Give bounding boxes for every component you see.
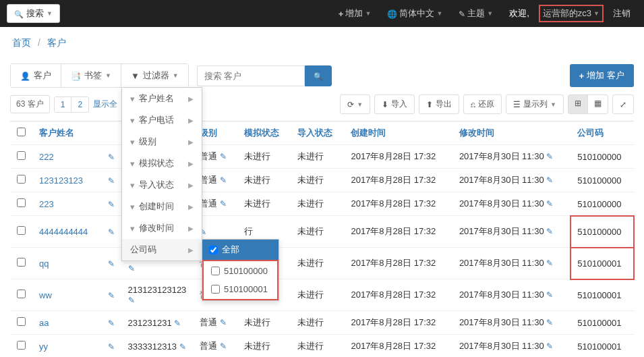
edit-icon[interactable]: ✎ [546, 199, 553, 209]
show-all-link[interactable]: 显示全 [93, 99, 117, 110]
edit-icon[interactable]: ✎ [546, 290, 553, 300]
reset-icon [471, 100, 475, 109]
col-sim[interactable]: 模拟状态 [237, 121, 291, 145]
view-list[interactable] [568, 95, 588, 113]
topbar-add[interactable]: 增加▼ [332, 3, 378, 24]
refresh-button[interactable]: ▼ [340, 94, 370, 114]
tab-filter[interactable]: ▼过滤器▼ ▾客户姓名▶ ▾客户电话▶ ▾级别▶ ▾模拟状态▶ ▾导入状态▶ ▾… [121, 64, 188, 87]
caret-icon: ▼ [47, 10, 53, 17]
edit-icon[interactable]: ✎ [108, 227, 115, 237]
cell-name[interactable]: 123123123 [32, 169, 101, 192]
cell-name[interactable]: 222 [32, 145, 101, 169]
edit-icon[interactable]: ✎ [128, 264, 135, 273]
edit-icon[interactable]: ✎ [220, 175, 227, 185]
filter-item-modify[interactable]: ▾修改时间▶ [122, 217, 202, 239]
col-name[interactable]: 客户姓名 [32, 121, 101, 145]
edit-icon[interactable]: ✎ [220, 199, 227, 209]
tab-bookmark[interactable]: 书签▼ [61, 64, 121, 87]
row-checkbox[interactable] [17, 317, 26, 326]
row-checkbox[interactable] [17, 290, 26, 298]
cell-code: 510100000 [570, 192, 634, 216]
search-button[interactable] [305, 65, 332, 86]
edit-icon[interactable]: ✎ [108, 319, 115, 328]
add-customer-button[interactable]: 增加 客户 [570, 64, 635, 87]
cell-phone: 231231231 ✎ [121, 311, 194, 335]
cell-name[interactable]: qq [32, 248, 101, 279]
cell-create: 2017年8月28日 17:32 [344, 169, 452, 192]
export-button[interactable]: 导出 [419, 94, 459, 114]
edit-icon[interactable]: ✎ [546, 227, 553, 236]
edit-icon[interactable]: ✎ [546, 175, 553, 185]
cell-code: 510100000 [570, 216, 634, 248]
col-create[interactable]: 创建时间 [344, 121, 452, 145]
filter-item-name[interactable]: ▾客户姓名▶ [122, 88, 202, 109]
cell-import: 未进行 [291, 335, 344, 358]
submenu-opt-0[interactable]: 510100000 [204, 262, 276, 280]
search-icon [14, 9, 24, 19]
submenu-all[interactable]: 全部 [202, 240, 279, 260]
topbar-theme[interactable]: 主题▼ [452, 3, 500, 24]
edit-icon[interactable]: ✎ [220, 318, 227, 327]
columns-button[interactable]: 显示列▼ [506, 94, 564, 114]
topbar-user[interactable]: 运营部的zc3▼ [539, 5, 604, 22]
edit-icon[interactable]: ✎ [108, 176, 115, 186]
edit-icon[interactable]: ✎ [174, 319, 181, 328]
cell-name[interactable]: yy [32, 335, 101, 358]
col-modify[interactable]: 修改时间 [452, 121, 570, 145]
row-checkbox[interactable] [17, 226, 26, 235]
search-input[interactable] [197, 65, 305, 86]
reset-button[interactable]: 还原 [463, 94, 502, 114]
edit-icon[interactable]: ✎ [179, 342, 186, 352]
edit-icon[interactable]: ✎ [108, 291, 115, 300]
search-dropdown[interactable]: 搜索 ▼ [7, 4, 60, 23]
row-checkbox[interactable] [17, 258, 26, 267]
cell-import: 未进行 [291, 145, 344, 169]
row-checkbox[interactable] [17, 175, 26, 184]
page-2[interactable]: 2 [71, 97, 88, 112]
cell-name[interactable]: ww [32, 279, 101, 311]
cell-name[interactable]: 223 [32, 192, 101, 216]
topbar-lang[interactable]: 简体中文▼ [380, 3, 449, 24]
edit-icon[interactable]: ✎ [546, 258, 553, 268]
submenu-opt-1[interactable]: 510100001 [204, 280, 276, 298]
filter-item-code[interactable]: 公司码▶ 全部 510100000 510100001 [122, 239, 202, 260]
edit-icon[interactable]: ✎ [220, 341, 227, 351]
edit-icon[interactable]: ✎ [108, 200, 115, 209]
filter-item-create[interactable]: ▾创建时间▶ [122, 196, 202, 217]
bookmark-icon [71, 71, 81, 81]
submenu-highlight: 510100000 510100001 [202, 260, 279, 300]
cell-name[interactable]: aa [32, 311, 101, 335]
col-code[interactable]: 公司码 [570, 121, 634, 145]
tab-customer[interactable]: 客户 [11, 64, 61, 87]
edit-icon[interactable]: ✎ [108, 259, 115, 269]
breadcrumb-home[interactable]: 首页 [12, 37, 31, 48]
edit-icon[interactable]: ✎ [546, 341, 553, 351]
checkbox-opt-1[interactable] [211, 285, 220, 294]
checkbox-opt-0[interactable] [211, 267, 220, 275]
plus-icon [339, 9, 344, 19]
edit-icon[interactable]: ✎ [220, 152, 227, 161]
filter-item-level[interactable]: ▾级别▶ [122, 131, 202, 153]
edit-icon[interactable]: ✎ [108, 342, 115, 352]
edit-icon[interactable]: ✎ [546, 318, 553, 327]
filter-item-phone[interactable]: ▾客户电话▶ [122, 109, 202, 131]
select-all-checkbox[interactable] [17, 128, 26, 136]
row-checkbox[interactable] [17, 198, 26, 207]
view-cards[interactable] [588, 95, 608, 113]
filter-item-sim[interactable]: ▾模拟状态▶ [122, 153, 202, 174]
fullscreen-button[interactable] [612, 94, 634, 114]
edit-icon[interactable]: ✎ [108, 153, 115, 162]
cell-code: 510100001 [570, 279, 634, 311]
col-import[interactable]: 导入状态 [291, 121, 344, 145]
row-checkbox[interactable] [17, 151, 26, 160]
edit-icon[interactable]: ✎ [546, 152, 553, 161]
import-button[interactable]: 导入 [374, 94, 415, 114]
export-icon [426, 100, 433, 109]
cell-name[interactable]: 4444444444 [32, 216, 101, 248]
page-1[interactable]: 1 [55, 97, 72, 112]
topbar-logout[interactable]: 注销 [606, 3, 637, 24]
row-checkbox[interactable] [17, 341, 26, 350]
edit-icon[interactable]: ✎ [128, 296, 135, 305]
checkbox-all[interactable] [209, 246, 218, 254]
filter-item-import[interactable]: ▾导入状态▶ [122, 174, 202, 196]
